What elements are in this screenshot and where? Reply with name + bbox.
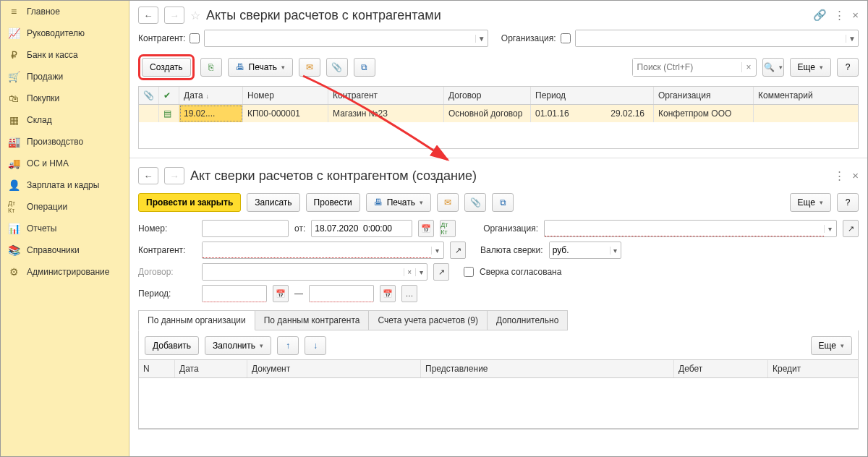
sidebar-item-salary[interactable]: 👤Зарплата и кадры [1,174,129,196]
print-button[interactable]: 🖶Печать▾ [366,193,431,212]
print-button[interactable]: 🖶Печать▾ [228,58,293,77]
attach-button[interactable]: 📎 [326,58,348,77]
tab-accounts[interactable]: Счета учета расчетов (9) [369,310,487,330]
sidebar-item-production[interactable]: 🏭Производство [1,131,129,153]
filter-org-input[interactable] [576,30,846,46]
sidebar-item-admin[interactable]: ⚙Администрирование [1,261,129,283]
col-date[interactable]: Дата [175,360,247,377]
sidebar-item-warehouse[interactable]: ▦Склад [1,109,129,131]
inner-grid-body[interactable] [139,378,858,429]
sidebar-item-bank[interactable]: ₽Банк и касса [1,44,129,66]
close-icon[interactable]: × [852,9,859,22]
col-contract[interactable]: Договор [444,87,531,104]
contract-input[interactable] [203,264,404,280]
create-button[interactable]: Создать [142,58,191,77]
link-icon[interactable]: 🔗 [813,9,827,22]
sidebar-item-sales[interactable]: 🛒Продажи [1,66,129,87]
agreed-checkbox[interactable] [464,267,474,277]
more-button[interactable]: Еще▾ [790,193,831,212]
open-icon[interactable]: ↗ [450,242,466,259]
calendar-icon[interactable]: 📅 [418,220,434,237]
number-input[interactable] [202,220,289,237]
col-contragent[interactable]: Контрагент [328,87,444,104]
search-clear[interactable]: × [741,62,756,72]
calendar-icon[interactable]: 📅 [380,285,396,302]
col-number[interactable]: Номер [243,87,328,104]
close-icon[interactable]: × [852,169,859,182]
dropdown-icon[interactable]: ▾ [431,247,443,255]
mail-button[interactable]: ✉ [437,193,459,212]
filter-contragent-checkbox[interactable] [190,33,200,43]
sidebar-item-manager[interactable]: 📈Руководителю [1,22,129,44]
structure-button[interactable]: ⧉ [354,58,375,77]
date-input[interactable] [311,220,412,237]
structure-button[interactable]: ⧉ [492,193,514,212]
org-input[interactable] [545,221,824,236]
attach-button[interactable]: 📎 [464,193,486,212]
tab-additional[interactable]: Дополнительно [488,310,568,330]
col-date[interactable]: Дата↓ [179,87,243,104]
filter-org-checkbox[interactable] [561,33,571,43]
more-icon[interactable]: ⋮ [834,9,845,22]
ledger-icon[interactable]: Дт Кт [440,220,456,237]
move-down-button[interactable]: ↓ [305,336,326,355]
col-n[interactable]: N [139,360,175,377]
clear-icon[interactable]: × [404,268,415,276]
col-period[interactable]: Период [531,87,654,104]
back-button[interactable]: ← [138,167,158,184]
col-credit[interactable]: Кредит [768,360,858,377]
back-button[interactable]: ← [138,7,158,24]
col-comment[interactable]: Комментарий [754,87,858,104]
grid-row[interactable]: ▤ 19.02.... КП00-000001 Магазин №23 Осно… [139,105,858,122]
col-representation[interactable]: Представление [421,360,674,377]
more-icon[interactable]: ⋮ [834,169,845,182]
open-icon[interactable]: ↗ [843,220,859,237]
more-button[interactable]: Еще▾ [790,58,831,77]
calendar-icon[interactable]: 📅 [273,285,289,302]
dropdown-icon[interactable]: ▼ [475,35,488,43]
filter-org-combo[interactable]: ▼ [575,30,859,47]
move-up-button[interactable]: ↑ [277,336,299,355]
tab-org-data[interactable]: По данным организации [138,310,255,330]
search-input[interactable] [633,59,741,76]
sidebar-item-purchases[interactable]: 🛍Покупки [1,87,129,109]
search-button[interactable]: 🔍▾ [762,58,784,77]
period-picker-button[interactable]: … [401,285,417,302]
sidebar-item-operations[interactable]: Дт КтОперации [1,196,129,218]
col-attach[interactable]: 📎 [139,87,159,104]
search-box[interactable]: × [632,58,757,77]
star-icon[interactable]: ☆ [190,9,200,22]
sidebar-item-assets[interactable]: 🚚ОС и НМА [1,153,129,174]
sidebar-item-catalogs[interactable]: 📚Справочники [1,239,129,261]
mail-button[interactable]: ✉ [299,58,320,77]
help-button[interactable]: ? [837,58,859,77]
sidebar-item-main[interactable]: ≡Главное [1,1,129,22]
filter-contragent-input[interactable] [205,30,475,46]
dropdown-icon[interactable]: ▾ [415,268,427,276]
dropdown-icon[interactable]: ▾ [610,247,621,255]
sidebar-item-reports[interactable]: 📊Отчеты [1,218,129,239]
post-close-button[interactable]: Провести и закрыть [138,193,241,212]
dropdown-icon[interactable]: ▾ [824,225,836,233]
help-button[interactable]: ? [837,193,859,212]
more-button[interactable]: Еще▾ [811,336,852,355]
post-button[interactable]: Провести [306,193,360,212]
forward-button[interactable]: → [164,167,184,184]
save-button[interactable]: Записать [247,193,299,212]
currency-input[interactable] [550,242,610,258]
tab-contragent-data[interactable]: По данным контрагента [255,310,370,330]
period-from-input[interactable] [202,285,267,302]
col-org[interactable]: Организация [654,87,754,104]
period-to-input[interactable] [309,285,374,302]
col-debit[interactable]: Дебет [674,360,768,377]
dropdown-icon[interactable]: ▼ [846,35,858,43]
forward-button[interactable]: → [164,7,184,24]
filter-contragent-combo[interactable]: ▼ [204,30,488,47]
open-icon[interactable]: ↗ [433,263,449,281]
col-posted[interactable]: ✔ [159,87,179,104]
fill-button[interactable]: Заполнить▾ [205,336,271,355]
contragent-input[interactable] [203,242,431,258]
add-button[interactable]: Добавить [145,336,199,355]
copy-button[interactable]: ⎘ [200,58,222,77]
col-document[interactable]: Документ [247,360,421,377]
